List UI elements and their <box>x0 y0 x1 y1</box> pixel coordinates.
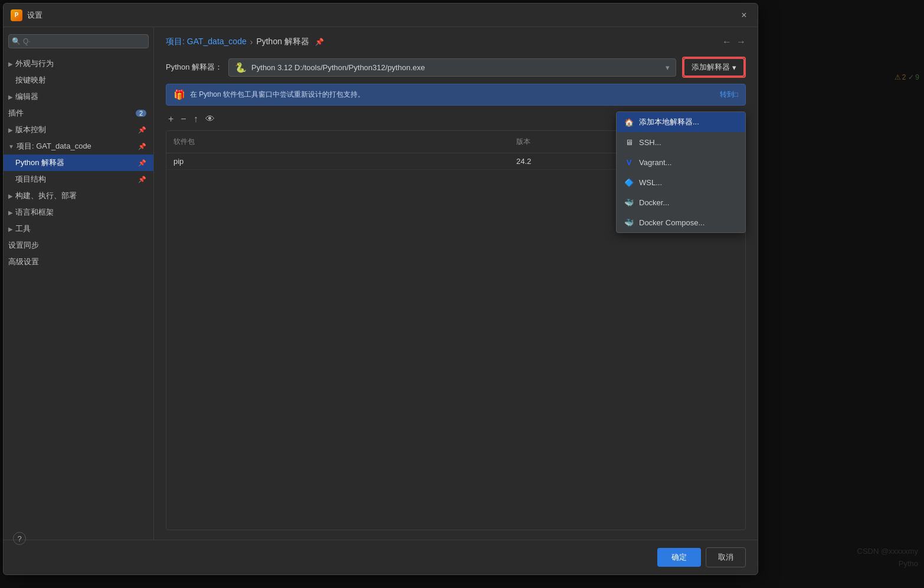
pin-icon: 📌 <box>138 143 146 150</box>
dropdown-item-local[interactable]: 🏠 添加本地解释器... <box>617 112 745 132</box>
nav-arrows: ← → <box>722 37 746 47</box>
house-icon: 🏠 <box>624 117 634 127</box>
dropdown-item-vagrant-label: Vagrant... <box>639 158 671 167</box>
app-icon: P <box>11 9 22 21</box>
breadcrumb-current: Python 解释器 <box>256 37 309 47</box>
nav-back-icon[interactable]: ← <box>722 37 732 47</box>
up-button[interactable]: ↑ <box>191 113 201 126</box>
pin-icon: 📌 <box>138 176 146 183</box>
sidebar-item-settings-sync[interactable]: 设置同步 <box>4 237 153 254</box>
settings-dialog: P 设置 × 🔍 ▶ 外观与行为 按键映射 ▶ 编辑器 <box>3 3 758 575</box>
table-cell-version: 24.2 <box>509 153 627 169</box>
sidebar-item-project-structure[interactable]: 项目结构 📌 <box>4 171 153 188</box>
sidebar-item-vcs[interactable]: ▶ 版本控制 📌 <box>4 121 153 138</box>
add-interpreter-arrow-icon: ▾ <box>732 63 736 72</box>
breadcrumb-pin-icon[interactable]: 📌 <box>315 38 324 46</box>
dropdown-item-wsl[interactable]: 🔷 WSL... <box>617 172 745 192</box>
dropdown-item-docker-compose[interactable]: 🐳 Docker Compose... <box>617 212 745 232</box>
info-banner-text: 在 Python 软件包工具窗口中尝试重新设计的打包支持。 <box>190 90 365 100</box>
sidebar: 🔍 ▶ 外观与行为 按键映射 ▶ 编辑器 插件 2 ▶ 版本控制 <box>4 27 154 540</box>
plugins-badge: 2 <box>136 110 146 117</box>
sidebar-item-label: 插件 <box>8 108 24 119</box>
sidebar-item-label: 工具 <box>15 224 31 234</box>
dropdown-item-docker-compose-label: Docker Compose... <box>639 218 705 227</box>
remove-package-button[interactable]: − <box>178 113 188 126</box>
chevron-right-icon: ▶ <box>8 226 13 232</box>
sidebar-item-label: 外观与行为 <box>15 58 54 69</box>
search-box: 🔍 <box>8 34 149 48</box>
wsl-icon: 🔷 <box>624 177 634 188</box>
dialog-title-left: P 设置 <box>11 9 42 21</box>
interpreter-label: Python 解释器： <box>166 62 222 73</box>
close-button[interactable]: × <box>738 9 751 22</box>
info-banner-link[interactable]: 转到□ <box>720 90 738 100</box>
dialog-body: 🔍 ▶ 外观与行为 按键映射 ▶ 编辑器 插件 2 ▶ 版本控制 <box>4 27 758 540</box>
chevron-right-icon: ▶ <box>8 61 13 67</box>
sidebar-item-label: 设置同步 <box>8 240 39 251</box>
dropdown-item-local-label: 添加本地解释器... <box>639 117 699 127</box>
vagrant-icon: V <box>624 157 634 167</box>
sidebar-item-label: 项目: GAT_data_code <box>17 141 91 152</box>
help-button[interactable]: ? <box>13 532 26 540</box>
cancel-button[interactable]: 取消 <box>706 547 746 567</box>
search-input[interactable] <box>8 34 149 48</box>
table-cell-package: pip <box>166 153 509 169</box>
nav-forward-icon[interactable]: → <box>736 37 746 47</box>
sidebar-item-keymap[interactable]: 按键映射 <box>4 72 153 88</box>
sidebar-item-label: 高级设置 <box>8 257 39 267</box>
breadcrumb: 项目: GAT_data_code › Python 解释器 📌 ← → <box>166 37 746 47</box>
chevron-down-icon: ▼ <box>8 143 14 150</box>
eye-button[interactable]: 👁 <box>203 113 217 126</box>
sidebar-item-label: 按键映射 <box>15 75 46 86</box>
dialog-title-text: 设置 <box>27 10 42 21</box>
sidebar-item-project[interactable]: ▼ 项目: GAT_data_code 📌 <box>4 138 153 155</box>
chevron-right-icon: ▶ <box>8 94 13 100</box>
ssh-icon: 🖥 <box>624 137 634 147</box>
docker-icon: 🐳 <box>624 197 634 208</box>
sidebar-item-build[interactable]: ▶ 构建、执行、部署 <box>4 188 153 204</box>
info-banner: 🎁 在 Python 软件包工具窗口中尝试重新设计的打包支持。 转到□ <box>166 84 746 106</box>
breadcrumb-project-link[interactable]: 项目: GAT_data_code <box>166 37 247 47</box>
pin-icon: 📌 <box>138 159 146 167</box>
sidebar-item-advanced[interactable]: 高级设置 <box>4 254 153 270</box>
gift-icon: 🎁 <box>173 89 185 100</box>
add-interpreter-label: 添加解释器 <box>692 62 730 73</box>
main-content: 项目: GAT_data_code › Python 解释器 📌 ← → Pyt… <box>154 27 758 540</box>
dropdown-item-docker[interactable]: 🐳 Docker... <box>617 192 745 212</box>
add-package-button[interactable]: + <box>166 113 176 126</box>
add-interpreter-dropdown: 🏠 添加本地解释器... 🖥 SSH... V Vagrant... 🔷 <box>616 111 746 233</box>
table-header-version: 版本 <box>509 134 627 149</box>
interpreter-select[interactable]: 🐍 Python 3.12 D:/tools/Python/Python312/… <box>228 58 676 77</box>
breadcrumb-separator: › <box>250 37 253 47</box>
pin-icon: 📌 <box>138 126 146 134</box>
sidebar-item-lang[interactable]: ▶ 语言和框架 <box>4 204 153 221</box>
dropdown-item-vagrant[interactable]: V Vagrant... <box>617 152 745 172</box>
dropdown-item-wsl-label: WSL... <box>639 178 662 187</box>
add-interpreter-button[interactable]: 添加解释器 ▾ <box>683 58 745 77</box>
add-interpreter-highlighted-area: 添加解释器 ▾ <box>682 57 746 78</box>
dropdown-item-docker-label: Docker... <box>639 198 669 207</box>
sidebar-item-tools[interactable]: ▶ 工具 <box>4 221 153 237</box>
search-icon: 🔍 <box>12 37 21 45</box>
sidebar-item-label: 语言和框架 <box>15 207 54 218</box>
sidebar-item-python-interpreter[interactable]: Python 解释器 📌 <box>4 155 153 171</box>
sidebar-item-label: 编辑器 <box>15 91 38 102</box>
chevron-right-icon: ▶ <box>8 193 13 199</box>
sidebar-item-label: 项目结构 <box>15 174 46 185</box>
sidebar-item-label: 构建、执行、部署 <box>15 190 77 201</box>
dialog-footer: 确定 取消 <box>4 540 758 574</box>
interpreter-dropdown-arrow-icon: ▾ <box>666 63 670 72</box>
interpreter-row: Python 解释器： 🐍 Python 3.12 D:/tools/Pytho… <box>166 57 746 78</box>
chevron-right-icon: ▶ <box>8 127 13 133</box>
chevron-right-icon: ▶ <box>8 209 13 216</box>
dialog-titlebar: P 设置 × <box>4 4 758 27</box>
dropdown-item-ssh[interactable]: 🖥 SSH... <box>617 132 745 152</box>
sidebar-item-editor[interactable]: ▶ 编辑器 <box>4 88 153 105</box>
dropdown-item-ssh-label: SSH... <box>639 138 661 147</box>
sidebar-item-plugins[interactable]: 插件 2 <box>4 105 153 121</box>
table-header-package: 软件包 <box>166 134 509 149</box>
confirm-button[interactable]: 确定 <box>657 548 701 567</box>
sidebar-item-label: Python 解释器 <box>15 157 64 168</box>
sidebar-item-appearance[interactable]: ▶ 外观与行为 <box>4 55 153 72</box>
python-icon: 🐍 <box>235 62 247 73</box>
